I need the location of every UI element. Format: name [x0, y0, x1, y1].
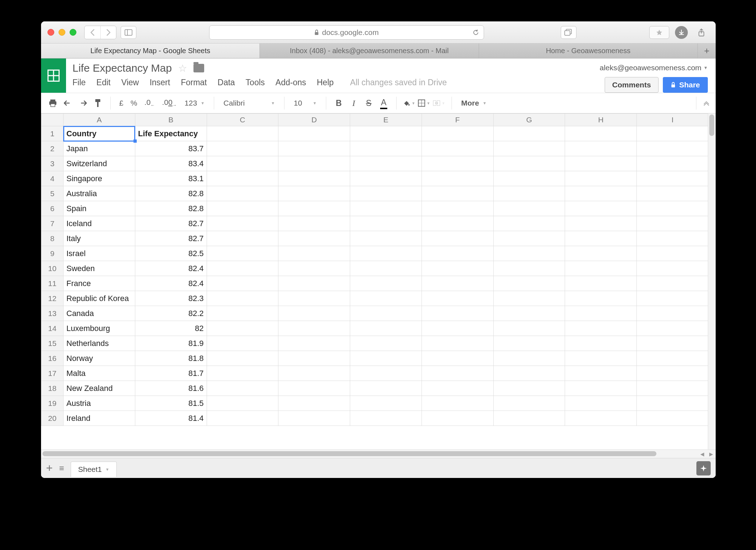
increase-decimal-button[interactable]: .00→: [160, 98, 179, 108]
cell-E20[interactable]: [350, 411, 422, 426]
cell-B19[interactable]: 81.5: [135, 396, 207, 411]
cell-B17[interactable]: 81.7: [135, 366, 207, 381]
column-header-C[interactable]: C: [207, 114, 278, 126]
cell-D17[interactable]: [278, 366, 350, 381]
browser-tab[interactable]: Home - Geoawesomeness: [479, 44, 698, 58]
cell-D1[interactable]: [278, 126, 350, 141]
horizontal-scrollbar[interactable]: ◀ ▶: [41, 449, 716, 458]
row-header-4[interactable]: 4: [41, 171, 64, 186]
menu-insert[interactable]: Insert: [150, 78, 170, 87]
cell-F15[interactable]: [422, 336, 493, 351]
cell-C8[interactable]: [207, 231, 278, 246]
cell-A14[interactable]: Luxembourg: [64, 321, 135, 336]
row-header-1[interactable]: 1: [41, 126, 64, 141]
cell-D16[interactable]: [278, 351, 350, 366]
undo-icon[interactable]: [62, 97, 74, 109]
text-color-button[interactable]: A: [378, 97, 390, 109]
cell-E16[interactable]: [350, 351, 422, 366]
cell-F9[interactable]: [422, 246, 493, 261]
cell-H12[interactable]: [565, 291, 637, 306]
cell-I5[interactable]: [637, 186, 708, 201]
cell-B1[interactable]: Life Expectancy: [135, 126, 207, 141]
cell-F16[interactable]: [422, 351, 493, 366]
cell-B4[interactable]: 83.1: [135, 171, 207, 186]
cell-D10[interactable]: [278, 261, 350, 276]
cell-I18[interactable]: [637, 381, 708, 396]
row-header-15[interactable]: 15: [41, 336, 64, 351]
row-header-10[interactable]: 10: [41, 261, 64, 276]
cell-C11[interactable]: [207, 276, 278, 291]
cell-G10[interactable]: [493, 261, 565, 276]
fullscreen-window-button[interactable]: [70, 29, 76, 36]
scroll-left-icon[interactable]: ◀: [700, 451, 704, 457]
cell-B5[interactable]: 82.8: [135, 186, 207, 201]
paint-format-icon[interactable]: [92, 97, 104, 109]
cell-A18[interactable]: New Zealand: [64, 381, 135, 396]
column-header-I[interactable]: I: [637, 114, 708, 126]
print-icon[interactable]: [47, 97, 59, 109]
star-icon[interactable]: ☆: [178, 62, 187, 74]
cell-A9[interactable]: Israel: [64, 246, 135, 261]
select-all-cell[interactable]: [41, 114, 64, 126]
cell-A5[interactable]: Australia: [64, 186, 135, 201]
cell-A4[interactable]: Singapore: [64, 171, 135, 186]
cell-I17[interactable]: [637, 366, 708, 381]
close-window-button[interactable]: [47, 29, 54, 36]
cell-I9[interactable]: [637, 246, 708, 261]
cell-I13[interactable]: [637, 306, 708, 321]
cell-H13[interactable]: [565, 306, 637, 321]
column-header-D[interactable]: D: [278, 114, 350, 126]
cell-C5[interactable]: [207, 186, 278, 201]
row-header-18[interactable]: 18: [41, 381, 64, 396]
more-toolbar-dropdown[interactable]: More ▼: [458, 99, 489, 107]
cell-G4[interactable]: [493, 171, 565, 186]
vertical-scrollbar[interactable]: [708, 113, 716, 449]
minimize-window-button[interactable]: [59, 29, 65, 36]
cell-A11[interactable]: France: [64, 276, 135, 291]
cell-I8[interactable]: [637, 231, 708, 246]
cell-E4[interactable]: [350, 171, 422, 186]
fill-color-button[interactable]: ▼: [403, 97, 415, 109]
redo-icon[interactable]: [77, 97, 89, 109]
cell-C1[interactable]: [207, 126, 278, 141]
cell-H10[interactable]: [565, 261, 637, 276]
cell-D4[interactable]: [278, 171, 350, 186]
cell-I4[interactable]: [637, 171, 708, 186]
cell-D6[interactable]: [278, 201, 350, 216]
cell-I16[interactable]: [637, 351, 708, 366]
cell-E5[interactable]: [350, 186, 422, 201]
cell-H16[interactable]: [565, 351, 637, 366]
menu-tools[interactable]: Tools: [246, 78, 265, 87]
menu-data[interactable]: Data: [218, 78, 235, 87]
cell-E8[interactable]: [350, 231, 422, 246]
cell-D11[interactable]: [278, 276, 350, 291]
cell-C13[interactable]: [207, 306, 278, 321]
cell-H17[interactable]: [565, 366, 637, 381]
row-header-3[interactable]: 3: [41, 156, 64, 171]
sheet-tab[interactable]: Sheet1 ▼: [71, 462, 117, 477]
cell-C19[interactable]: [207, 396, 278, 411]
cell-H3[interactable]: [565, 156, 637, 171]
row-header-5[interactable]: 5: [41, 186, 64, 201]
cell-H18[interactable]: [565, 381, 637, 396]
cell-E11[interactable]: [350, 276, 422, 291]
spreadsheet-grid[interactable]: ABCDEFGHI1CountryLife Expectancy2Japan83…: [41, 113, 716, 449]
cell-D15[interactable]: [278, 336, 350, 351]
cell-A12[interactable]: Republic of Korea: [64, 291, 135, 306]
cell-C7[interactable]: [207, 216, 278, 231]
cell-G1[interactable]: [493, 126, 565, 141]
cell-E17[interactable]: [350, 366, 422, 381]
comments-button[interactable]: Comments: [605, 77, 659, 93]
row-header-16[interactable]: 16: [41, 351, 64, 366]
cell-A1[interactable]: Country: [64, 126, 135, 141]
bookmark-button[interactable]: [649, 26, 669, 39]
cell-D14[interactable]: [278, 321, 350, 336]
cell-F3[interactable]: [422, 156, 493, 171]
cell-C10[interactable]: [207, 261, 278, 276]
cell-G5[interactable]: [493, 186, 565, 201]
cell-F4[interactable]: [422, 171, 493, 186]
cell-I7[interactable]: [637, 216, 708, 231]
cell-D18[interactable]: [278, 381, 350, 396]
cell-I6[interactable]: [637, 201, 708, 216]
cell-A2[interactable]: Japan: [64, 141, 135, 156]
